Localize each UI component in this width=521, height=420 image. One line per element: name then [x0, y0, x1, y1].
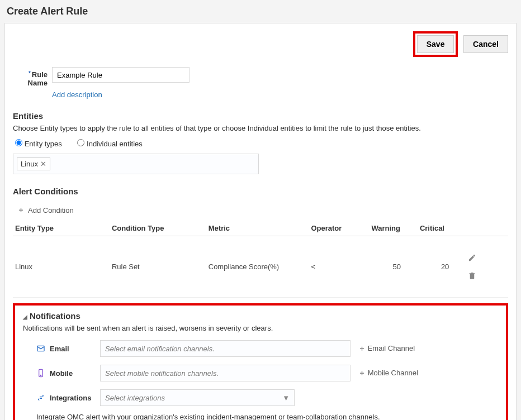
condition-row: Linux Rule Set Compliance Score(%) < 50 …: [13, 236, 508, 298]
add-description-row: Add description: [13, 90, 508, 99]
cell-warning: 50: [369, 236, 417, 298]
mobile-icon: [36, 369, 45, 378]
chevron-down-icon: ▼: [282, 394, 290, 402]
conditions-heading: Alert Conditions: [13, 187, 508, 196]
col-metric: Metric: [206, 221, 309, 236]
col-warning: Warning: [369, 221, 417, 236]
cell-operator: <: [309, 236, 369, 298]
add-email-channel[interactable]: ＋ Email Channel: [358, 343, 415, 354]
cell-entity-type: Linux: [13, 236, 110, 298]
add-mobile-channel[interactable]: ＋ Mobile Channel: [358, 368, 418, 378]
integrations-note: Integrate OMC alert with your organizati…: [36, 413, 498, 420]
radio-individual-entities[interactable]: Individual entities: [77, 140, 142, 148]
integrations-placeholder: Select integrations: [105, 394, 165, 402]
entities-desc: Choose Entity types to apply the rule to…: [13, 124, 508, 132]
add-condition-label: Add Condition: [28, 206, 74, 214]
required-marker: *: [29, 70, 31, 77]
conditions-header-row: Entity Type Condition Type Metric Operat…: [13, 221, 508, 236]
radio-entity-types-label: Entity types: [25, 140, 62, 148]
action-bar: Save Cancel: [13, 31, 508, 57]
email-icon: [36, 344, 45, 353]
entity-token-linux: Linux✕: [17, 157, 50, 170]
cancel-button[interactable]: Cancel: [463, 35, 508, 53]
mobile-label: Mobile: [36, 369, 100, 378]
rule-name-input[interactable]: [52, 67, 190, 83]
radio-entity-types[interactable]: Entity types: [15, 140, 64, 148]
plus-icon: ＋: [358, 344, 366, 352]
mobile-channels-input[interactable]: Select mobile notification channels.: [100, 365, 351, 381]
cell-critical: 20: [418, 236, 466, 298]
cell-condition-type: Rule Set: [110, 236, 206, 298]
svg-point-2: [40, 375, 41, 375]
radio-individual-label: Individual entities: [87, 140, 143, 148]
integrations-icon: [36, 393, 45, 402]
rule-name-row: *Rule Name: [13, 67, 508, 87]
entity-token-label: Linux: [21, 160, 38, 168]
entities-heading: Entities: [13, 111, 508, 121]
cell-row-actions: [466, 236, 508, 298]
entity-scope-radios: Entity types Individual entities: [15, 139, 508, 148]
email-placeholder: Select email notification channels.: [105, 345, 215, 353]
integrations-label: Integrations: [36, 393, 100, 402]
integrations-row: Integrations Select integrations ▼: [36, 389, 498, 406]
radio-entity-types-input[interactable]: [15, 139, 22, 146]
email-row: Email Select email notification channels…: [36, 340, 498, 357]
rule-name-label: *Rule Name: [13, 67, 52, 87]
add-condition-button[interactable]: ＋ Add Condition: [17, 205, 74, 215]
page-title: Create Alert Rule: [0, 0, 521, 23]
mobile-placeholder: Select mobile notification channels.: [105, 369, 219, 378]
email-channels-input[interactable]: Select email notification channels.: [100, 340, 351, 357]
col-condition-type: Condition Type: [110, 221, 206, 236]
save-button[interactable]: Save: [417, 35, 454, 53]
notifications-desc: Notifications will be sent when an alert…: [23, 324, 498, 332]
cell-metric: Compliance Score(%): [206, 236, 309, 298]
col-operator: Operator: [309, 221, 369, 236]
collapse-icon[interactable]: ◢: [23, 314, 27, 320]
add-description-link[interactable]: Add description: [52, 90, 102, 99]
plus-icon: ＋: [17, 205, 25, 215]
notifications-heading: ◢Notifications: [23, 311, 498, 321]
col-critical: Critical: [418, 221, 466, 236]
save-highlight: Save: [413, 31, 458, 57]
conditions-table: Entity Type Condition Type Metric Operat…: [13, 221, 508, 298]
entity-types-field[interactable]: Linux✕: [13, 154, 259, 174]
delete-icon[interactable]: [468, 262, 506, 289]
email-label: Email: [36, 344, 100, 353]
mobile-row: Mobile Select mobile notification channe…: [36, 365, 498, 381]
plus-icon: ＋: [358, 369, 366, 377]
main-panel: Save Cancel *Rule Name Add description E…: [4, 23, 517, 420]
radio-individual-input[interactable]: [77, 139, 84, 146]
col-entity-type: Entity Type: [13, 221, 110, 236]
integrations-select[interactable]: Select integrations ▼: [100, 389, 295, 406]
entity-token-remove[interactable]: ✕: [40, 160, 46, 168]
notifications-section: ◢Notifications Notifications will be sen…: [13, 303, 508, 420]
